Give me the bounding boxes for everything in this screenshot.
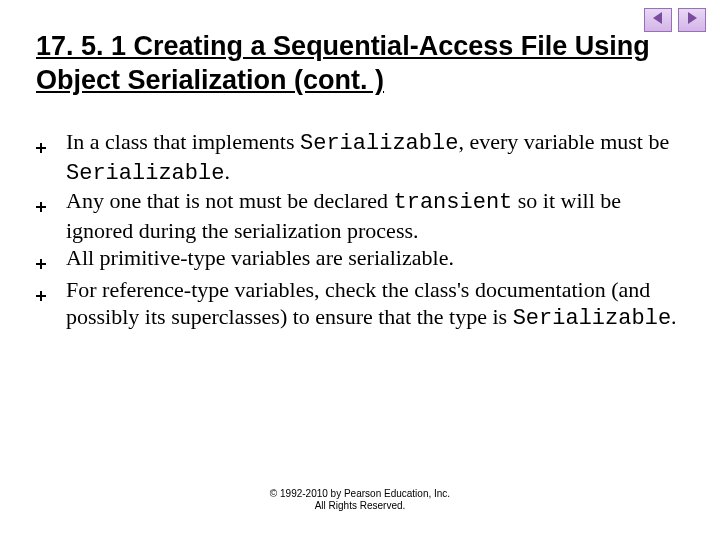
list-item: In a class that implements Serializable,…: [36, 128, 684, 187]
slide-title: 17. 5. 1 Creating a Sequential-Access Fi…: [36, 30, 684, 98]
triangle-right-icon: [686, 11, 698, 29]
list-item: All primitive-type variables are seriali…: [36, 244, 684, 276]
svg-marker-1: [688, 12, 697, 24]
bullet-list: In a class that implements Serializable,…: [36, 128, 684, 333]
copyright-footer: © 1992-2010 by Pearson Education, Inc. A…: [0, 488, 720, 512]
nav-buttons: [644, 8, 706, 32]
next-slide-button[interactable]: [678, 8, 706, 32]
svg-rect-9: [36, 295, 46, 297]
triangle-left-icon: [652, 11, 664, 29]
bullet-icon: [36, 128, 66, 187]
svg-rect-3: [36, 147, 46, 149]
bullet-icon: [36, 187, 66, 244]
bullet-icon: [36, 244, 66, 276]
svg-marker-0: [653, 12, 662, 24]
prev-slide-button[interactable]: [644, 8, 672, 32]
bullet-icon: [36, 276, 66, 333]
footer-line-2: All Rights Reserved.: [0, 500, 720, 512]
bullet-text: All primitive-type variables are seriali…: [66, 244, 684, 276]
list-item: For reference-type variables, check the …: [36, 276, 684, 333]
bullet-text: For reference-type variables, check the …: [66, 276, 684, 333]
svg-rect-5: [36, 206, 46, 208]
footer-line-1: © 1992-2010 by Pearson Education, Inc.: [0, 488, 720, 500]
bullet-text: Any one that is not must be declared tra…: [66, 187, 684, 244]
bullet-text: In a class that implements Serializable,…: [66, 128, 684, 187]
svg-rect-7: [36, 263, 46, 265]
list-item: Any one that is not must be declared tra…: [36, 187, 684, 244]
